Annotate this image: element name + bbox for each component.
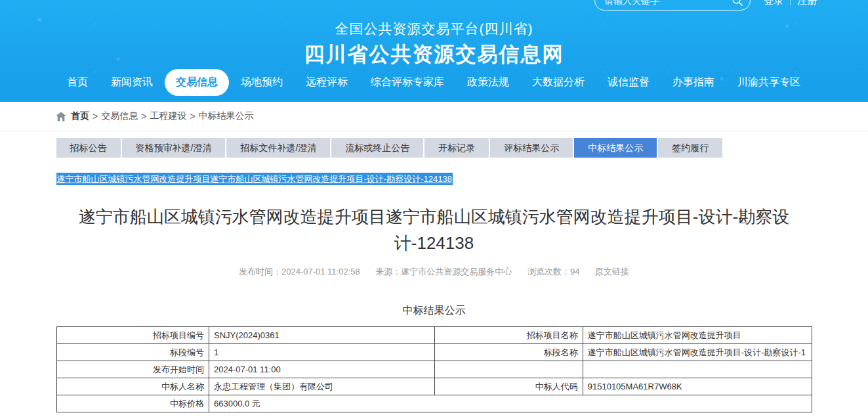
nav-item-trade-info[interactable]: 交易信息 — [165, 69, 229, 96]
original-link[interactable]: 原文链接 — [595, 267, 629, 276]
topbar: 登录 注册 — [594, 0, 817, 11]
home-icon[interactable] — [56, 112, 66, 121]
cell-project-name-label: 招标项目名称 — [435, 327, 583, 344]
auth-links: 登录 注册 — [764, 0, 817, 7]
nav-item-home[interactable]: 首页 — [56, 69, 99, 96]
cell-project-name-value: 遂宁市船山区城镇污水管网改造提升项目 — [583, 327, 812, 344]
breadcrumb-separator: > — [93, 111, 98, 121]
content-container: 招标公告 资格预审补遗/澄清 招标文件补遗/澄清 流标或终止公告 开标记录 评标… — [56, 138, 812, 412]
tab-bid-opening-record[interactable]: 开标记录 — [424, 138, 489, 158]
category-tabs: 招标公告 资格预审补遗/澄清 招标文件补遗/澄清 流标或终止公告 开标记录 评标… — [56, 138, 812, 158]
publish-time-value: 2024-07-01 11:02:58 — [281, 267, 360, 276]
cell-winner-code-label: 中标人代码 — [435, 378, 583, 395]
result-item-link[interactable]: 遂宁市船山区城镇污水管网改造提升项目遂宁市船山区城镇污水管网改造提升项目-设计-… — [56, 173, 453, 185]
tab-tender-doc-addendum[interactable]: 招标文件补遗/澄清 — [226, 138, 330, 158]
publish-time-label: 发布时间： — [239, 267, 281, 276]
cell-section-name-label: 标段名称 — [435, 344, 583, 361]
article-meta: 发布时间：2024-07-01 11:02:58 来源：遂宁市公共资源交易服务中… — [56, 266, 812, 278]
cell-winner-code-value: 91510105MA61R7W68K — [583, 378, 812, 395]
cell-section-code-value: 1 — [209, 344, 435, 361]
site-title: 四川省公共资源交易信息网 — [0, 41, 868, 68]
views-label: 浏览次数： — [527, 267, 570, 276]
award-result-table: 招标项目编号 SNJY(2024)0361 招标项目名称 遂宁市船山区城镇污水管… — [56, 326, 812, 412]
site-header: 登录 注册 全国公共资源交易平台(四川省) 四川省公共资源交易信息网 首页 新闻… — [0, 0, 868, 102]
tab-failed-or-terminated[interactable]: 流标或终止公告 — [331, 138, 423, 158]
table-row: 中标价格 663000.0 元 — [56, 395, 812, 412]
cell-publish-start-value: 2024-07-01 11:00 — [209, 361, 435, 378]
table-row: 发布开始时间 2024-07-01 11:00 — [56, 361, 812, 378]
search-input[interactable] — [604, 0, 732, 6]
tab-evaluation-result[interactable]: 评标结果公示 — [490, 138, 573, 158]
search-box[interactable] — [594, 0, 751, 11]
cell-section-name-value: 遂宁市船山区城镇污水管网改造提升项目-设计-勘察设计-1 — [583, 344, 812, 361]
source-value: 遂宁市公共资源交易服务中心 — [401, 267, 512, 276]
views-value: 94 — [570, 267, 579, 276]
nav-item-expert-pool[interactable]: 综合评标专家库 — [360, 69, 455, 96]
nav-item-remote-evaluation[interactable]: 远程评标 — [295, 69, 359, 96]
selected-link-row: 遂宁市船山区城镇污水管网改造提升项目遂宁市船山区城镇污水管网改造提升项目-设计-… — [56, 173, 812, 185]
cell-empty-value — [583, 361, 812, 378]
platform-subtitle: 全国公共资源交易平台(四川省) — [0, 20, 868, 38]
main-nav: 首页 新闻资讯 交易信息 场地预约 远程评标 综合评标专家库 政策法规 大数据分… — [56, 69, 812, 96]
nav-item-news[interactable]: 新闻资讯 — [100, 69, 164, 96]
nav-item-guide[interactable]: 办事指南 — [661, 69, 726, 96]
table-row: 标段编号 1 标段名称 遂宁市船山区城镇污水管网改造提升项目-设计-勘察设计-1 — [56, 344, 812, 361]
tab-award-result[interactable]: 中标结果公示 — [574, 138, 657, 158]
cell-empty-label — [435, 361, 583, 378]
breadcrumb-home[interactable]: 首页 — [71, 110, 89, 122]
register-link[interactable]: 注册 — [797, 0, 817, 7]
nav-item-policies[interactable]: 政策法规 — [456, 69, 520, 96]
cell-section-code-label: 标段编号 — [56, 344, 209, 361]
table-row: 招标项目编号 SNJY(2024)0361 招标项目名称 遂宁市船山区城镇污水管… — [56, 327, 812, 344]
nav-item-big-data[interactable]: 大数据分析 — [521, 69, 596, 96]
breadcrumb-engineering[interactable]: 工程建设 — [150, 110, 186, 122]
cell-award-price-value: 663000.0 元 — [209, 395, 812, 412]
tab-contract-performance[interactable]: 签约履行 — [658, 138, 722, 158]
auth-divider — [790, 0, 791, 5]
breadcrumb-trade-info[interactable]: 交易信息 — [101, 110, 138, 122]
source-label: 来源： — [375, 267, 401, 276]
breadcrumb-separator: > — [190, 111, 195, 121]
breadcrumb-separator: > — [141, 111, 146, 121]
search-icon[interactable] — [732, 0, 743, 7]
tab-tender-announcement[interactable]: 招标公告 — [56, 138, 121, 158]
table-row: 中标人名称 永忠工程管理（集团）有限公司 中标人代码 91510105MA61R… — [56, 378, 812, 395]
tab-prequalification-addendum[interactable]: 资格预审补遗/澄清 — [122, 138, 226, 158]
login-link[interactable]: 登录 — [764, 0, 783, 7]
cell-publish-start-label: 发布开始时间 — [56, 361, 209, 378]
page-title: 遂宁市船山区城镇污水管网改造提升项目遂宁市船山区城镇污水管网改造提升项目-设计-… — [56, 204, 812, 256]
cell-winner-name-label: 中标人名称 — [56, 378, 209, 395]
section-title: 中标结果公示 — [56, 304, 812, 318]
breadcrumb-award-result[interactable]: 中标结果公示 — [199, 110, 254, 122]
breadcrumb: 首页 > 交易信息 > 工程建设 > 中标结果公示 — [0, 102, 868, 131]
nav-item-chuanyu-zone[interactable]: 川渝共享专区 — [726, 69, 812, 96]
cell-project-code-label: 招标项目编号 — [56, 327, 209, 344]
nav-item-venue-booking[interactable]: 场地预约 — [230, 69, 294, 96]
cell-winner-name-value: 永忠工程管理（集团）有限公司 — [209, 378, 435, 395]
nav-item-integrity[interactable]: 诚信监督 — [596, 69, 661, 96]
cell-project-code-value: SNJY(2024)0361 — [209, 327, 435, 344]
cell-award-price-label: 中标价格 — [56, 395, 209, 412]
